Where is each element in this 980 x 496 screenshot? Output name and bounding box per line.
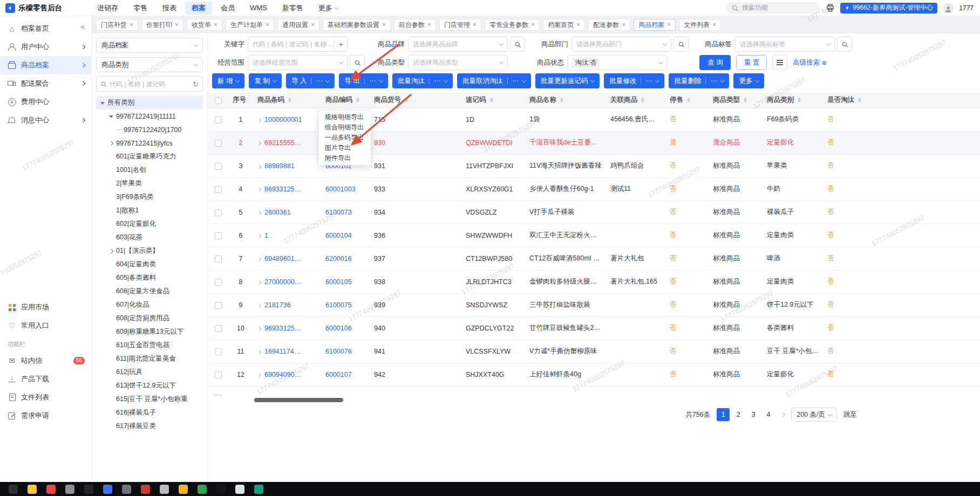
row-checkbox[interactable]	[215, 325, 222, 332]
sort-icon[interactable]	[641, 96, 644, 104]
table-row[interactable]: 4 86933125… 60001003 933 XLRXSYZ60G1 乡便人…	[208, 177, 980, 201]
table-row[interactable]: 12 69094090… 6000107 942 SHJXXT40G 上好佳鲜虾…	[208, 363, 980, 386]
scope-search-button[interactable]	[350, 55, 365, 70]
tree-item[interactable]: 601|定量糖果巧克力	[96, 150, 203, 163]
barcode-link[interactable]: 69215555…	[264, 139, 301, 147]
sidebar-item[interactable]: 消息中心	[0, 111, 91, 129]
table-row[interactable]	[208, 386, 980, 397]
sidebar-item[interactable]: 常用入口	[0, 316, 91, 335]
product-code-link[interactable]: 6000107	[325, 371, 352, 378]
sort-icon[interactable]	[356, 96, 359, 104]
table-row[interactable]: 8 27000000… 6000105 938 JLRLDTJHTC3 金锣肉粒…	[208, 270, 980, 293]
row-checkbox[interactable]	[215, 232, 222, 239]
table-header-cell[interactable]: 商品类型	[709, 93, 763, 108]
expand-row-icon[interactable]	[257, 233, 261, 238]
barcode-link[interactable]: 27000000…	[264, 278, 301, 286]
category-mode-select[interactable]: 商品类别	[96, 57, 203, 72]
tree-item[interactable]: 612|玩具	[96, 366, 203, 379]
close-icon[interactable]: ×	[382, 22, 386, 28]
table-row[interactable]: 9 2181736 6100075 939 SNSDJYWSZ 三牛苏打椒盐味散…	[208, 293, 980, 316]
close-icon[interactable]: ×	[712, 22, 716, 28]
close-icon[interactable]: ×	[427, 22, 431, 28]
expand-row-icon[interactable]	[257, 303, 261, 307]
dock-app-icon[interactable]	[122, 485, 131, 494]
table-row[interactable]: 5 2600361 6100073 934 VDSGZLZ V打手瓜子裸装	[208, 201, 980, 224]
advanced-search-link[interactable]: 高级搜索 ≋	[793, 58, 827, 67]
table-header-cell[interactable]	[869, 93, 980, 108]
scrollbar-thumb[interactable]	[254, 398, 343, 402]
page-button[interactable]: 3	[747, 408, 760, 421]
more-options-icon[interactable]: ⋯	[507, 78, 519, 84]
tree-item[interactable]: 604|定量肉类	[96, 258, 203, 271]
close-icon[interactable]: ×	[667, 22, 671, 28]
barcode-link[interactable]: 1000000001	[264, 116, 302, 123]
product-code-link[interactable]: 6000105	[325, 278, 352, 286]
tab[interactable]: 门店补货 ×	[96, 19, 138, 31]
product-code-link[interactable]: 6000104	[325, 232, 352, 239]
toolbar-button[interactable]: 导 出 ⋯	[339, 73, 387, 88]
brand-search-button[interactable]	[510, 37, 525, 52]
barcode-link[interactable]: 1	[264, 232, 268, 239]
scope-select[interactable]: 请选择经营范围	[248, 55, 348, 70]
barcode-link[interactable]: 96933125…	[264, 325, 301, 332]
tree-item[interactable]: 615|豆干 豆腐*小包称重	[96, 392, 203, 406]
dock-app-icon[interactable]	[198, 485, 207, 494]
expand-row-icon[interactable]	[257, 164, 261, 168]
table-row[interactable]: 6 1 6000104 936 SHWZWWDFH 双汇王中王无淀粉火腿肠	[208, 224, 980, 247]
row-checkbox[interactable]	[215, 279, 222, 286]
product-code-link[interactable]: 6200016	[325, 255, 352, 263]
sidebar-item[interactable]: 配送聚合	[0, 74, 91, 93]
close-icon[interactable]: ×	[130, 22, 133, 28]
tree-item[interactable]: 602|定量膨化	[96, 217, 203, 231]
tree-item[interactable]: 616|裸装瓜子	[96, 406, 203, 419]
tab[interactable]: 商品档案 ×	[634, 19, 676, 31]
barcode-link[interactable]: 86933125…	[264, 185, 301, 193]
row-checkbox[interactable]	[215, 186, 222, 193]
more-options-icon[interactable]: ⋯	[429, 78, 441, 84]
tree-item[interactable]: 2|苹果类	[96, 177, 203, 190]
tree-item[interactable]: 609|称重糖果13元以下	[96, 325, 203, 339]
dock-app-icon[interactable]	[84, 485, 93, 494]
tree-item[interactable]: 99767122419|11111	[96, 109, 203, 123]
row-checkbox[interactable]	[215, 209, 222, 216]
top-menu-item[interactable]: WMS	[243, 2, 274, 13]
expand-row-icon[interactable]	[257, 210, 261, 215]
more-options-icon[interactable]: ⋯	[311, 78, 323, 84]
tree-caret-icon[interactable]	[108, 250, 114, 253]
tree-caret-icon[interactable]	[115, 129, 121, 130]
top-menu-item[interactable]: 新零售	[276, 2, 310, 15]
column-settings-button[interactable]	[772, 55, 787, 70]
product-code-link[interactable]: 60001003	[325, 185, 356, 193]
sort-icon[interactable]	[405, 96, 408, 104]
horizontal-scrollbar[interactable]	[212, 398, 976, 402]
sidebar-item[interactable]: 档案首页	[0, 19, 91, 38]
dock-app-icon[interactable]	[65, 485, 74, 494]
row-checkbox[interactable]	[215, 302, 222, 309]
barcode-link[interactable]: 69094090…	[264, 371, 301, 378]
tree-item[interactable]: 606|定量方便食品	[96, 285, 203, 298]
expand-row-icon[interactable]	[257, 118, 261, 122]
close-icon[interactable]: ×	[622, 22, 625, 28]
product-code-link[interactable]: 6100075	[325, 301, 352, 309]
sort-icon[interactable]	[288, 96, 291, 104]
tab[interactable]: 通用设置 ×	[277, 19, 319, 31]
brand-select[interactable]: 请选择商品品牌	[408, 37, 508, 52]
table-header-cell[interactable]	[208, 93, 228, 108]
reset-button[interactable]: 重 置	[736, 55, 766, 70]
barcode-link[interactable]: 69489601…	[264, 255, 301, 263]
export-menu-item[interactable]: 附件导出	[319, 153, 371, 163]
row-checkbox[interactable]	[215, 371, 222, 378]
expand-row-icon[interactable]	[257, 396, 261, 397]
more-options-icon[interactable]: ⋯	[641, 78, 652, 84]
select-all-checkbox[interactable]	[215, 97, 222, 104]
product-code-link[interactable]: 6100076	[325, 348, 352, 355]
sort-icon[interactable]	[687, 96, 690, 104]
tab[interactable]: 零售业务参数 ×	[485, 19, 540, 31]
tag-select[interactable]: 请选择商品标签	[735, 37, 835, 52]
tree-item[interactable]: 1|散称1	[96, 204, 203, 217]
more-options-icon[interactable]: ⋯	[364, 78, 376, 84]
type-select[interactable]: 请选择商品类型	[408, 55, 508, 70]
toolbar-button[interactable]: 新 增 ⋯	[212, 73, 244, 88]
dock-app-icon[interactable]	[179, 485, 188, 494]
dock-app-icon[interactable]	[160, 485, 169, 494]
